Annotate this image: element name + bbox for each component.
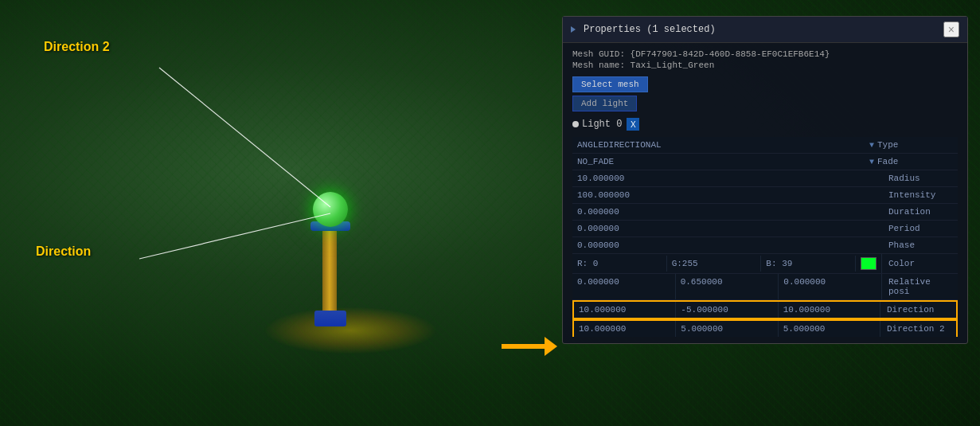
direction2-y-value[interactable]: 5.000000 <box>676 321 778 337</box>
direction2-label: Direction 2 <box>880 321 956 337</box>
fade-label: Fade <box>877 157 953 166</box>
radius-value: 10.000000 <box>572 170 882 186</box>
color-swatch-cell <box>856 254 882 273</box>
relpos-values: 0.000000 0.650000 0.000000 <box>572 274 882 299</box>
intensity-value: 100.000000 <box>572 187 882 203</box>
fade-dropdown-icon[interactable]: ▼ <box>869 158 874 166</box>
light-tab-close-button[interactable]: X <box>627 118 639 131</box>
panel-title: Properties (1 selected) <box>571 24 716 35</box>
light-tab-label: Light 0 <box>582 119 622 130</box>
direction2-x-value[interactable]: 10.000000 <box>574 321 676 337</box>
direction-values: 10.000000 -5.000000 10.000000 <box>574 302 880 318</box>
color-r-value: R: 0 <box>572 256 667 272</box>
panel-header: Properties (1 selected) × <box>563 17 967 43</box>
direction2-z-value[interactable]: 5.000000 <box>779 321 880 337</box>
radius-row: 10.000000 Radius <box>572 170 958 187</box>
light-pole <box>322 227 337 322</box>
duration-label: Duration <box>882 204 958 220</box>
properties-panel: Properties (1 selected) × Mesh GUID: {DF… <box>562 16 968 344</box>
panel-body: Mesh GUID: {DF747901-842D-460D-8858-EF0C… <box>563 43 967 343</box>
svg-line-0 <box>139 213 330 259</box>
intensity-label: Intensity <box>882 187 958 203</box>
direction-label: Direction <box>880 302 956 318</box>
direction-z-value[interactable]: 10.000000 <box>779 302 880 318</box>
direction2-values: 10.000000 5.000000 5.000000 <box>574 321 880 337</box>
relpos-x-value: 0.000000 <box>572 274 676 299</box>
arrow-body <box>502 344 545 349</box>
color-swatch <box>861 257 877 270</box>
type-label: Type <box>877 140 953 150</box>
phase-label: Phase <box>882 237 958 253</box>
light-base <box>314 311 346 326</box>
direction-row: 10.000000 -5.000000 10.000000 Direction <box>572 300 958 319</box>
arrow-annotation <box>502 337 557 356</box>
light-bulb <box>313 192 348 227</box>
light-glow <box>263 307 438 354</box>
type-dropdown-icon[interactable]: ▼ <box>869 141 874 150</box>
light-tabs: Light 0 X <box>572 118 958 131</box>
panel-close-button[interactable]: × <box>943 21 959 37</box>
relpos-label: Relative posi <box>882 274 958 299</box>
arrow-head <box>545 337 557 356</box>
period-label: Period <box>882 221 958 236</box>
direction2-row: 10.000000 5.000000 5.000000 Direction 2 <box>572 319 958 337</box>
add-light-button[interactable]: Add light <box>572 96 637 111</box>
color-row: R: 0 G:255 B: 39 Color <box>572 254 958 274</box>
panel-collapse-icon <box>571 26 576 33</box>
duration-value: 0.000000 <box>572 204 882 220</box>
type-value: ANGLEDIRECTIONAL <box>577 140 869 150</box>
color-label: Color <box>882 256 958 272</box>
phase-value: 0.000000 <box>572 237 882 253</box>
mesh-guid: Mesh GUID: {DF747901-842D-460D-8858-EF0C… <box>572 49 958 59</box>
period-value: 0.000000 <box>572 221 882 236</box>
color-g-value: G:255 <box>667 256 762 272</box>
intensity-row: 100.000000 Intensity <box>572 187 958 204</box>
relpos-y-value: 0.650000 <box>676 274 779 299</box>
type-row: ANGLEDIRECTIONAL ▼ Type <box>572 137 958 154</box>
direction-y-value[interactable]: -5.000000 <box>676 302 778 318</box>
svg-line-1 <box>159 68 330 207</box>
light-tab-dot <box>572 121 579 127</box>
mesh-name: Mesh name: Taxi_Light_Green <box>572 61 958 70</box>
select-mesh-button[interactable]: Select mesh <box>572 76 648 92</box>
period-row: 0.000000 Period <box>572 221 958 237</box>
direction-lines-svg <box>0 0 510 426</box>
direction-x-value[interactable]: 10.000000 <box>574 302 676 318</box>
direction2-label: Direction 2 <box>44 40 110 54</box>
panel-title-text: Properties (1 selected) <box>584 24 716 35</box>
color-b-value: B: 39 <box>761 256 856 272</box>
fade-value: NO_FADE <box>577 157 869 166</box>
phase-row: 0.000000 Phase <box>572 237 958 254</box>
duration-row: 0.000000 Duration <box>572 204 958 221</box>
direction-label: Direction <box>36 244 91 259</box>
relpos-z-value: 0.000000 <box>779 274 882 299</box>
fade-row: NO_FADE ▼ Fade <box>572 154 958 170</box>
main-container: Direction Direction 2 Properties (1 sele… <box>0 0 980 426</box>
relpos-row: 0.000000 0.650000 0.000000 Relative posi <box>572 274 958 300</box>
radius-label: Radius <box>882 170 958 186</box>
